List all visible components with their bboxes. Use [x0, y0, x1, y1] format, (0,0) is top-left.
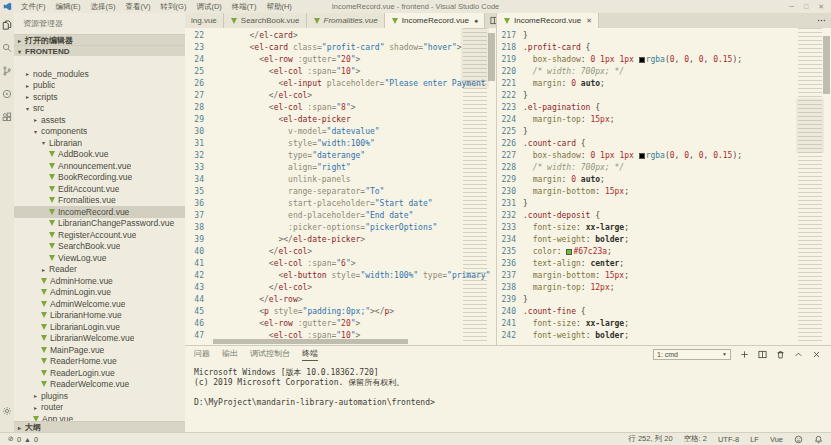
- code-line[interactable]: 28 <el-col :span="8">: [185, 102, 496, 114]
- code-line[interactable]: 229 margin: 0 auto;: [497, 174, 831, 186]
- folder-item-librarian[interactable]: ▾Librarian: [14, 137, 185, 149]
- tab-fromalities-vue[interactable]: Fromalities.vue: [307, 13, 385, 28]
- terminal-output[interactable]: Microsoft Windows [版本 10.0.18362.720](c)…: [185, 362, 831, 408]
- panel-tab-调试控制台[interactable]: 调试控制台: [250, 348, 290, 360]
- tab-incomerecord-vue[interactable]: IncomeRecord.vue●: [385, 13, 485, 28]
- code-line[interactable]: 241 font-size: xx-large;: [497, 318, 831, 330]
- new-terminal-icon[interactable]: [740, 350, 749, 359]
- code-line[interactable]: 37 end-placeholder="End date": [185, 210, 496, 222]
- file-item-announcement-vue[interactable]: Announcement.vue: [14, 160, 185, 172]
- code-line[interactable]: 222}: [497, 90, 831, 102]
- code-line[interactable]: 231}: [497, 198, 831, 210]
- file-item-editaccount-vue[interactable]: EditAccount.vue: [14, 183, 185, 195]
- code-line[interactable]: 225}: [497, 126, 831, 138]
- folder-item-node-modules[interactable]: ▸node_modules: [14, 68, 185, 80]
- folder-item-plugins[interactable]: ▸plugins: [14, 390, 185, 402]
- extensions-icon[interactable]: [2, 112, 12, 122]
- minimize-button[interactable]: ─: [789, 3, 794, 11]
- folder-item-reader[interactable]: ▸Reader: [14, 264, 185, 276]
- code-line[interactable]: 26 <el-input placeholder="Please enter P…: [185, 78, 496, 90]
- code-line[interactable]: 38 :picker-options="pickerOptions": [185, 222, 496, 234]
- code-line[interactable]: 32 type="daterange": [185, 150, 496, 162]
- code-line[interactable]: 235 color: #67c23a;: [497, 246, 831, 258]
- file-item-librarianwelcome-vue[interactable]: LibrarianWelcome.vue: [14, 333, 185, 345]
- code-line[interactable]: 34 unlink-panels: [185, 174, 496, 186]
- horizontal-scrollbar[interactable]: [213, 339, 408, 344]
- code-line[interactable]: 221 margin: 0 auto;: [497, 78, 831, 90]
- code-line[interactable]: 27 </el-col>: [185, 90, 496, 102]
- code-line[interactable]: 228 /* width: 700px; */: [497, 162, 831, 174]
- code-line[interactable]: 29 <el-date-picker: [185, 114, 496, 126]
- menu-item[interactable]: 文件(F): [16, 2, 51, 12]
- code-line[interactable]: 227 box-shadow: 0 1px 1px rgba(0, 0, 0, …: [497, 150, 831, 162]
- code-editor-template[interactable]: 22 </el-card>23 <el-card class="profit-c…: [185, 28, 496, 345]
- code-line[interactable]: 239}: [497, 294, 831, 306]
- menu-item[interactable]: 终端(T): [227, 2, 262, 12]
- file-item-librarianlogin-vue[interactable]: LibrarianLogin.vue: [14, 321, 185, 333]
- debug-icon[interactable]: [2, 89, 12, 99]
- menu-item[interactable]: 查看(V): [121, 2, 156, 12]
- minimap[interactable]: [798, 28, 822, 341]
- bell-icon[interactable]: [814, 435, 823, 444]
- code-line[interactable]: 220 /* width: 700px; */: [497, 66, 831, 78]
- menu-item[interactable]: 转到(G): [156, 2, 192, 12]
- cursor-position[interactable]: 行 252, 列 20: [628, 434, 672, 444]
- code-line[interactable]: 240.count-fine {: [497, 306, 831, 318]
- code-line[interactable]: 40 </el-col>: [185, 246, 496, 258]
- code-line[interactable]: 44 </el-row>: [185, 294, 496, 306]
- code-line[interactable]: 237 margin-bottom: 15px;: [497, 270, 831, 282]
- minimap[interactable]: [463, 28, 487, 341]
- panel-tab-输出[interactable]: 输出: [222, 348, 238, 360]
- code-line[interactable]: 230 margin-bottom: 15px;: [497, 186, 831, 198]
- panel-tab-问题[interactable]: 问题: [194, 348, 210, 360]
- code-line[interactable]: 45 <p style="padding:0px;"></p>: [185, 306, 496, 318]
- outline-section[interactable]: ▸ 大纲: [14, 421, 185, 432]
- code-line[interactable]: 43 </el-col>: [185, 282, 496, 294]
- code-line[interactable]: 24 <el-row :gutter="20">: [185, 54, 496, 66]
- file-item-registeraccount-vue[interactable]: RegisterAccount.vue: [14, 229, 185, 241]
- file-item-viewlog-vue[interactable]: ViewLog.vue: [14, 252, 185, 264]
- eol[interactable]: LF: [750, 435, 759, 444]
- folder-root-section[interactable]: ▾ FRONTEND: [14, 45, 185, 56]
- folder-item-components[interactable]: ▾components: [14, 126, 185, 138]
- code-line[interactable]: 31 style="width:100%": [185, 138, 496, 150]
- folder-item-scripts[interactable]: ▸scripts: [14, 91, 185, 103]
- code-line[interactable]: 234 font-weight: bolder;: [497, 234, 831, 246]
- close-icon[interactable]: ✕: [586, 17, 592, 25]
- menu-item[interactable]: 编辑(E): [51, 2, 86, 12]
- vertical-scrollbar[interactable]: [822, 28, 831, 345]
- code-line[interactable]: 25 <el-col :span="10">: [185, 66, 496, 78]
- indentation[interactable]: 空格: 2: [684, 434, 707, 444]
- more-actions-icon[interactable]: [817, 16, 826, 25]
- file-item-readerwelcome-vue[interactable]: ReaderWelcome.vue: [14, 379, 185, 391]
- source-control-icon[interactable]: [2, 66, 12, 76]
- vertical-scrollbar[interactable]: [487, 28, 496, 345]
- encoding[interactable]: UTF-8: [718, 435, 739, 444]
- file-item-librarianhome-vue[interactable]: LibrarianHome.vue: [14, 310, 185, 322]
- tab-incomerecord-vue[interactable]: IncomeRecord.vue✕: [497, 13, 599, 28]
- folder-item-assets[interactable]: ▸assets: [14, 114, 185, 126]
- problems-status[interactable]: ⊘ 0 ▲ 0: [8, 435, 38, 444]
- kill-terminal-icon[interactable]: [776, 350, 785, 359]
- code-line[interactable]: 22 </el-card>: [185, 30, 496, 42]
- file-item-addbook-vue[interactable]: AddBook.vue: [14, 149, 185, 161]
- split-terminal-icon[interactable]: [758, 350, 767, 359]
- file-item-incomerecord-vue[interactable]: IncomeRecord.vue: [14, 206, 185, 218]
- files-icon[interactable]: [2, 20, 12, 30]
- code-line[interactable]: 42 <el-button style="width:100%" type="p…: [185, 270, 496, 282]
- maximize-button[interactable]: □: [804, 3, 808, 11]
- code-line[interactable]: 224 margin-top: 15px;: [497, 114, 831, 126]
- file-item-mainpage-vue[interactable]: MainPage.vue: [14, 344, 185, 356]
- file-item-searchbook-vue[interactable]: SearchBook.vue: [14, 241, 185, 253]
- file-item-readerlogin-vue[interactable]: ReaderLogin.vue: [14, 367, 185, 379]
- close-button[interactable]: ✕: [818, 3, 824, 11]
- code-line[interactable]: 23 <el-card class="profit-card" shadow="…: [185, 42, 496, 54]
- tab-searchbook-vue[interactable]: SearchBook.vue: [224, 13, 307, 28]
- code-line[interactable]: 217}: [497, 30, 831, 42]
- file-item-readerhome-vue[interactable]: ReaderHome.vue: [14, 356, 185, 368]
- tab-ing-vue[interactable]: ing.vue: [185, 13, 224, 28]
- file-item-adminhome-vue[interactable]: AdminHome.vue: [14, 275, 185, 287]
- code-line[interactable]: 41 <el-col :span="6">: [185, 258, 496, 270]
- language-mode[interactable]: Vue: [770, 435, 783, 444]
- file-item-librarianchangepassword-vue[interactable]: LibrarianChangePassword.vue: [14, 218, 185, 230]
